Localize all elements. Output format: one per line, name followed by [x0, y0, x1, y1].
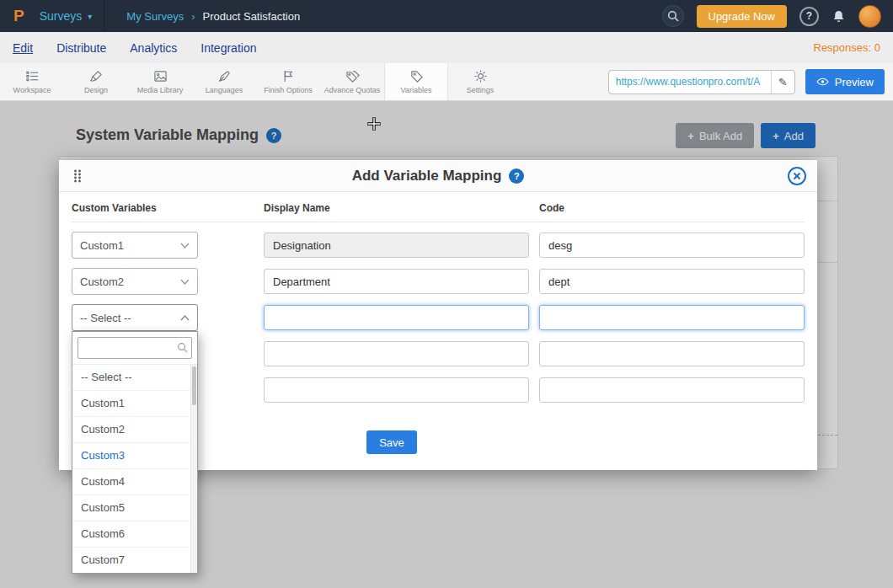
save-button[interactable]: Save	[366, 430, 417, 454]
topbar-actions: Upgrade Now ?	[662, 5, 884, 28]
responses-count: Responses: 0	[814, 41, 881, 54]
dropdown-option[interactable]: Custom5	[72, 494, 197, 521]
code-input[interactable]	[539, 269, 805, 294]
modal-header: Add Variable Mapping ?	[59, 160, 817, 192]
search-icon	[177, 342, 188, 353]
dropdown-option-highlighted[interactable]: Custom3	[72, 442, 197, 468]
chevron-up-icon	[180, 315, 190, 321]
breadcrumb-my-surveys[interactable]: My Surveys	[126, 10, 184, 23]
questionpro-logo[interactable]: P	[13, 7, 24, 25]
dropdown-option[interactable]: -- Select --	[72, 365, 197, 390]
edit-url-button[interactable]: ✎	[771, 70, 794, 94]
tab-edit[interactable]: Edit	[13, 41, 33, 55]
dropdown-option[interactable]: Custom2	[72, 416, 197, 442]
display-name-input[interactable]	[264, 269, 529, 294]
surveys-menu[interactable]: Surveys ▾	[28, 0, 105, 32]
tags-icon	[345, 69, 360, 83]
eye-icon	[816, 78, 829, 86]
brush-icon	[89, 69, 104, 83]
upgrade-now-button[interactable]: Upgrade Now	[697, 5, 788, 28]
gear-icon	[473, 69, 488, 83]
modal-help-icon[interactable]: ?	[509, 168, 524, 184]
code-input[interactable]	[539, 233, 805, 258]
toolbar-item-label: Workspace	[13, 86, 51, 94]
tab-distribute[interactable]: Distribute	[56, 41, 106, 55]
custom-variable-select-open[interactable]: -- Select --	[72, 304, 198, 331]
custom-variable-select[interactable]: Custom1	[72, 232, 198, 259]
dropdown-options: -- Select -- Custom1 Custom2 Custom3 Cus…	[72, 365, 197, 573]
modal-title: Add Variable Mapping	[352, 168, 502, 184]
toolbar-item-media-library[interactable]: Media Library	[128, 63, 192, 100]
preview-button[interactable]: Preview	[805, 69, 885, 94]
survey-url-input[interactable]	[609, 76, 771, 88]
workspace-list-icon	[25, 69, 40, 83]
add-variable-mapping-modal: Add Variable Mapping ? Custom Variables …	[59, 160, 817, 470]
column-headers: Custom Variables Display Name Code	[72, 202, 805, 222]
flag-icon	[281, 69, 296, 83]
select-value: Custom1	[80, 239, 124, 252]
toolbar-item-label: Settings	[467, 86, 495, 94]
toolbar-item-design[interactable]: Design	[64, 63, 128, 100]
tab-analytics[interactable]: Analytics	[130, 41, 177, 55]
select-value: Custom2	[80, 275, 124, 288]
toolbar-item-label: Variables	[401, 86, 432, 94]
toolbar-item-workspace[interactable]: Workspace	[0, 63, 64, 100]
toolbar-item-languages[interactable]: Languages	[192, 63, 256, 100]
breadcrumb-current-survey: Product Satisfaction	[203, 10, 301, 23]
toolbar-item-label: Media Library	[137, 86, 184, 94]
mapping-row: Custom2	[72, 268, 805, 295]
chevron-down-icon: ▾	[88, 12, 92, 21]
code-input[interactable]	[539, 341, 805, 366]
display-name-input[interactable]	[264, 341, 529, 366]
tab-integration[interactable]: Integration	[201, 41, 256, 55]
toolbar-item-variables[interactable]: Variables	[384, 63, 448, 100]
drag-handle-icon[interactable]	[73, 169, 82, 185]
app-window: P Surveys ▾ My Surveys › Product Satisfa…	[0, 0, 893, 588]
toolbar-item-label: Design	[84, 86, 108, 94]
pen-icon	[217, 69, 232, 83]
dropdown-search-input[interactable]	[78, 337, 192, 359]
custom-variable-dropdown: -- Select -- Custom1 Custom2 Custom3 Cus…	[72, 331, 198, 574]
pencil-icon: ✎	[778, 76, 788, 88]
notifications-button[interactable]	[832, 9, 846, 24]
dropdown-option[interactable]: Custom6	[72, 521, 197, 547]
bell-icon	[832, 9, 846, 24]
display-name-input[interactable]	[264, 233, 529, 258]
column-header-code: Code	[539, 202, 805, 214]
toolbar-item-label: Advance Quotas	[324, 86, 381, 94]
survey-url-box: ✎	[608, 70, 795, 94]
avatar[interactable]	[858, 5, 881, 28]
survey-tabbar: Edit Distribute Analytics Integration Re…	[0, 32, 893, 63]
modal-title-group: Add Variable Mapping ?	[352, 168, 525, 184]
breadcrumb: My Surveys › Product Satisfaction	[126, 10, 300, 23]
scrollbar-thumb[interactable]	[192, 366, 196, 405]
toolbar-item-label: Finish Options	[264, 86, 313, 94]
select-value: -- Select --	[80, 312, 131, 324]
toolbar-item-label: Languages	[206, 86, 243, 94]
dropdown-option[interactable]: Custom4	[72, 468, 197, 494]
image-icon	[153, 69, 168, 83]
code-input[interactable]	[539, 305, 805, 330]
display-name-input[interactable]	[264, 305, 529, 330]
display-name-input[interactable]	[264, 377, 529, 403]
dropdown-scrollbar	[190, 365, 197, 573]
toolbar-item-advance-quotas[interactable]: Advance Quotas	[320, 63, 384, 100]
modal-body: Custom Variables Display Name Code Custo…	[59, 192, 817, 454]
top-navbar: P Surveys ▾ My Surveys › Product Satisfa…	[0, 0, 893, 32]
mapping-row: -- Select -- -- Select -- Custom1 Custom…	[72, 304, 805, 331]
close-icon[interactable]	[788, 167, 806, 185]
search-button[interactable]	[662, 5, 684, 27]
toolbar-item-settings[interactable]: Settings	[448, 63, 512, 100]
custom-variable-select[interactable]: Custom2	[72, 268, 198, 295]
mapping-row: Custom1	[72, 232, 805, 259]
code-input[interactable]	[539, 377, 805, 403]
surveys-menu-label: Surveys	[40, 9, 83, 23]
preview-label: Preview	[835, 76, 874, 88]
dropdown-option[interactable]: Custom7	[72, 547, 197, 573]
chevron-down-icon	[180, 279, 190, 285]
dropdown-option[interactable]: Custom1	[72, 390, 197, 416]
toolbar-item-finish-options[interactable]: Finish Options	[256, 63, 320, 100]
dropdown-search	[72, 332, 197, 365]
help-button[interactable]: ?	[799, 7, 819, 26]
tag-icon	[409, 69, 424, 83]
